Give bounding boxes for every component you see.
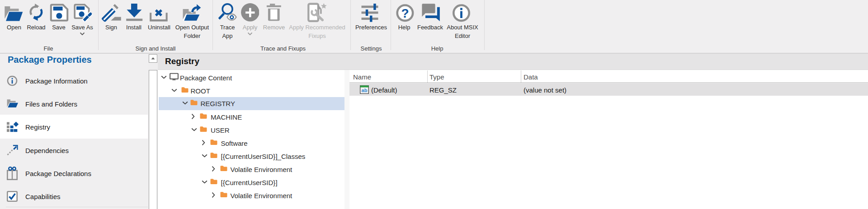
svg-text:ab: ab <box>362 88 368 93</box>
svg-text:?: ? <box>401 6 409 20</box>
